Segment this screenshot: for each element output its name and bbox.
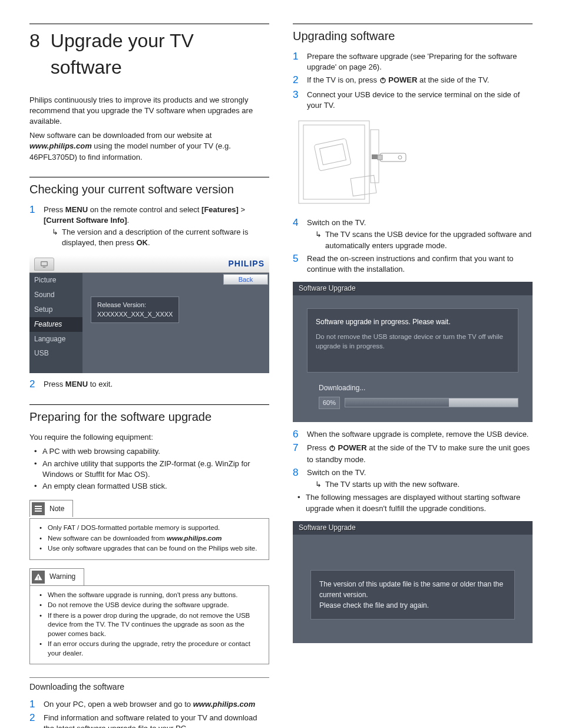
step-body: Switch on the TV. ↳ The TV scans the USB… [307, 218, 533, 251]
intro-p2: New software can be downloaded from our … [29, 130, 269, 163]
list-item: If an error occurs during the upgrade, r… [37, 640, 264, 658]
list-item: A PC with web browsing capability. [32, 446, 269, 457]
result-arrow-icon: ↳ [315, 229, 322, 251]
step-body: Prepare the software upgrade (see 'Prepa… [307, 51, 533, 73]
progress-message: Software upgrade in progress. Please wai… [316, 317, 510, 327]
list-item: An empty clean formatted USB stick. [32, 481, 269, 492]
release-version-box: Release Version: XXXXXXX_XXX_X_XXXX [91, 297, 179, 323]
list-item: If there is a power drop during the upgr… [37, 611, 264, 639]
step-body: Read the on-screen instructions and conf… [307, 253, 533, 275]
downloading-label: Downloading... [319, 383, 518, 393]
section-check-heading: Checking your current software version [29, 177, 269, 197]
tv-menu-item: USB [29, 346, 82, 361]
power-icon [379, 76, 386, 87]
intro-p1: Philips continuously tries to improve it… [29, 95, 269, 127]
tv-icon [34, 258, 54, 271]
step-body: Press POWER at the side of the TV to mak… [307, 443, 533, 465]
warning-icon [32, 571, 45, 584]
tv-menu-sidebar: Picture Sound Setup Features Language US… [29, 273, 82, 373]
software-upgrade-progress-figure: Software Upgrade Software upgrade in pro… [293, 282, 533, 422]
svg-rect-8 [320, 144, 346, 165]
list-item: Use only software upgrades that can be f… [37, 544, 264, 554]
svg-rect-7 [314, 139, 351, 171]
error-message: The version of this update file is the s… [310, 570, 515, 620]
list-item: An archive utility that supports the ZIP… [32, 459, 269, 480]
step-number: 3 [293, 90, 301, 101]
note-label: Note [49, 504, 64, 514]
prep-intro: You require the following equipment: [29, 432, 269, 443]
software-upgrade-error-figure: Software Upgrade The version of this upd… [293, 521, 533, 643]
step-number: 6 [293, 429, 301, 440]
svg-rect-13 [378, 155, 382, 160]
dialog-title: Software Upgrade [293, 282, 533, 295]
tv-menu-item: Setup [29, 302, 82, 317]
step-body: Connect your USB device to the service t… [307, 90, 533, 111]
subsection-download-heading: Downloading the software [29, 677, 269, 693]
note-callout: Note Only FAT / DOS-formatted portable m… [29, 500, 269, 560]
step-number: 1 [29, 699, 38, 710]
svg-rect-2 [38, 578, 38, 579]
section-upgrade-heading: Upgrading software [293, 24, 533, 44]
progress-percent: 60% [319, 397, 340, 409]
step-body: Switch on the TV. ↳ The TV starts up wit… [307, 467, 533, 490]
step-body: On your PC, open a web browser and go to… [44, 699, 269, 710]
back-button: Back [223, 274, 268, 285]
step-number: 1 [29, 205, 38, 216]
svg-rect-9 [351, 175, 376, 196]
result-arrow-icon: ↳ [315, 479, 322, 490]
svg-rect-5 [299, 121, 369, 203]
prep-bullets: A PC with web browsing capability. An ar… [29, 446, 269, 492]
dialog-title: Software Upgrade [293, 521, 533, 535]
progress-warning: Do not remove the USB storage device or … [316, 332, 510, 351]
list-item: When the software upgrade is running, do… [37, 591, 264, 600]
brand-logo: PHILIPS [229, 258, 265, 270]
power-icon [329, 444, 336, 454]
step-body: Find information and software related to… [44, 713, 269, 728]
tv-usb-diagram [293, 118, 411, 206]
chapter-number: 8 [29, 28, 40, 54]
step-number: 2 [29, 379, 38, 390]
step-number: 1 [293, 51, 301, 62]
chapter-heading: 8 Upgrade your TV software [29, 24, 269, 81]
list-item: The following messages are displayed wit… [295, 492, 533, 513]
tv-menu-item: Sound [29, 288, 82, 302]
tv-menu-item: Language [29, 332, 82, 347]
result-arrow-icon: ↳ [52, 227, 58, 248]
note-icon [32, 502, 45, 515]
section-prep-heading: Preparing for the software upgrade [29, 404, 269, 425]
step-number: 2 [293, 75, 301, 86]
step-body: Press MENU to exit. [44, 379, 269, 390]
svg-rect-1 [38, 576, 38, 578]
svg-rect-0 [41, 262, 48, 266]
step-number: 8 [293, 467, 301, 479]
progress-bar [345, 398, 518, 407]
svg-rect-6 [303, 125, 365, 199]
step-body: If the TV is on, press POWER at the side… [307, 75, 533, 87]
tv-menu-figure: PHILIPS Picture Sound Setup Features Lan… [29, 255, 269, 373]
svg-point-14 [398, 156, 402, 159]
tv-menu-content: Release Version: XXXXXXX_XXX_X_XXXX [82, 273, 222, 373]
tv-menu-item-selected: Features [29, 317, 82, 332]
warning-callout: Warning When the software upgrade is run… [29, 568, 269, 665]
step-body: When the software upgrade is complete, r… [307, 429, 533, 440]
list-item: Do not remove the USB device during the … [37, 601, 264, 610]
list-item: Only FAT / DOS-formatted portable memory… [37, 523, 264, 533]
step-number: 5 [293, 253, 301, 265]
step-number: 2 [29, 713, 38, 724]
chapter-title: Upgrade your TV software [51, 28, 269, 81]
svg-rect-11 [372, 154, 378, 159]
warning-label: Warning [49, 572, 75, 582]
step-number: 7 [293, 443, 301, 454]
step-number: 4 [293, 218, 301, 229]
tv-menu-item: Picture [29, 273, 82, 288]
list-item: New software can be downloaded from www.… [37, 534, 264, 543]
step-body: Press MENU on the remote control and sel… [44, 205, 269, 249]
